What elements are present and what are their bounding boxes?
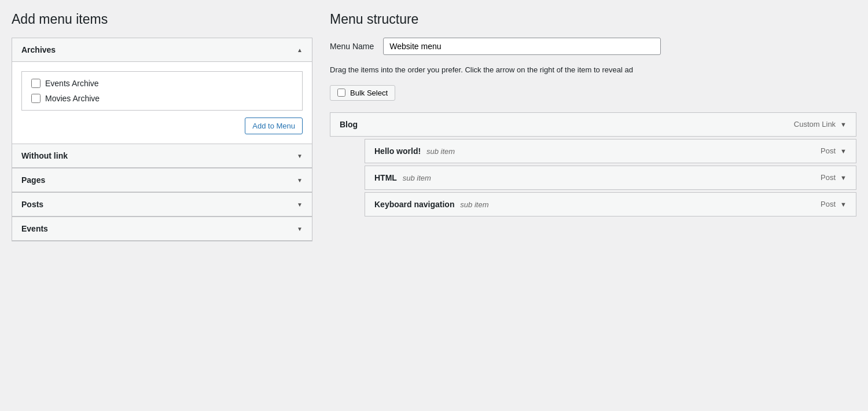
html-inner: HTML sub item Post ▼	[365, 166, 856, 189]
posts-header[interactable]: Posts ▼	[12, 193, 312, 216]
pages-section: Pages ▼	[12, 168, 312, 193]
posts-label: Posts	[21, 200, 43, 209]
archives-body: Events Archive Movies Archive Add to Men…	[12, 62, 312, 144]
movies-archive-checkbox[interactable]	[31, 94, 41, 103]
blog-menu-item: Blog Custom Link ▼	[330, 112, 856, 137]
blog-item-right: Custom Link ▼	[794, 120, 847, 129]
instruction-text: Drag the items into the order you prefer…	[330, 64, 856, 76]
pages-arrow-icon: ▼	[297, 177, 303, 184]
events-archive-label[interactable]: Events Archive	[45, 79, 99, 88]
menu-name-input[interactable]	[383, 38, 661, 55]
posts-arrow-icon: ▼	[297, 201, 303, 208]
keyboard-nav-title-group: Keyboard navigation sub item	[374, 200, 489, 209]
left-panel: Add menu items Archives ▲ Events Archive…	[12, 12, 312, 241]
keyboard-nav-dropdown-icon[interactable]: ▼	[840, 201, 847, 208]
archives-label: Archives	[21, 45, 56, 54]
hello-world-inner: Hello world! sub item Post ▼	[365, 140, 856, 163]
menu-name-row: Menu Name	[330, 38, 856, 55]
movies-archive-label[interactable]: Movies Archive	[45, 94, 100, 103]
events-label: Events	[21, 224, 48, 233]
events-arrow-icon: ▼	[297, 226, 303, 232]
archives-section: Archives ▲ Events Archive Movies Archive…	[12, 38, 312, 144]
left-panel-heading: Add menu items	[12, 12, 312, 27]
add-to-menu-button[interactable]: Add to Menu	[245, 118, 303, 134]
menu-structure: Blog Custom Link ▼ Hello world! sub item	[330, 112, 856, 216]
without-link-arrow-icon: ▼	[297, 153, 303, 159]
events-archive-checkbox[interactable]	[31, 79, 41, 88]
bulk-select-label: Bulk Select	[350, 89, 388, 97]
without-link-label: Without link	[21, 151, 68, 160]
blog-sub-items: Hello world! sub item Post ▼ HTML	[365, 139, 856, 216]
movies-archive-item: Movies Archive	[31, 94, 293, 103]
bulk-select-button[interactable]: Bulk Select	[330, 85, 395, 101]
html-dropdown-icon[interactable]: ▼	[840, 174, 847, 181]
html-sub-item: HTML sub item Post ▼	[365, 166, 856, 190]
html-type: Post	[821, 173, 836, 182]
hello-world-title: Hello world! sub item	[374, 146, 455, 156]
hello-world-dropdown-icon[interactable]: ▼	[840, 148, 847, 155]
archives-checkbox-list: Events Archive Movies Archive	[21, 71, 303, 111]
keyboard-nav-type: Post	[821, 200, 836, 208]
hello-world-sub-item: Hello world! sub item Post ▼	[365, 139, 856, 163]
right-panel-heading: Menu structure	[330, 12, 856, 27]
bulk-select-checkbox[interactable]	[337, 89, 345, 97]
html-title-group: HTML sub item	[374, 173, 431, 182]
right-panel: Menu structure Menu Name Drag the items …	[312, 12, 856, 219]
keyboard-nav-right: Post ▼	[821, 200, 847, 208]
blog-menu-item-inner: Blog Custom Link ▼	[330, 113, 856, 136]
events-section: Events ▼	[12, 217, 312, 241]
hello-world-type: Post	[821, 146, 836, 155]
blog-item-dropdown-icon[interactable]: ▼	[840, 121, 847, 128]
archives-header[interactable]: Archives ▲	[12, 38, 312, 62]
pages-header[interactable]: Pages ▼	[12, 168, 312, 192]
posts-section: Posts ▼	[12, 193, 312, 217]
menu-name-label: Menu Name	[330, 42, 374, 51]
html-right: Post ▼	[821, 173, 847, 182]
blog-item-type: Custom Link	[794, 120, 836, 129]
keyboard-nav-sub-item: Keyboard navigation sub item Post ▼	[365, 192, 856, 216]
archives-arrow-icon: ▲	[297, 47, 303, 53]
events-archive-item: Events Archive	[31, 79, 293, 88]
without-link-section: Without link ▼	[12, 144, 312, 168]
hello-world-right: Post ▼	[821, 146, 847, 155]
keyboard-nav-inner: Keyboard navigation sub item Post ▼	[365, 193, 856, 216]
blog-item-title: Blog	[340, 120, 358, 129]
without-link-header[interactable]: Without link ▼	[12, 144, 312, 168]
pages-label: Pages	[21, 175, 45, 185]
events-header[interactable]: Events ▼	[12, 217, 312, 241]
